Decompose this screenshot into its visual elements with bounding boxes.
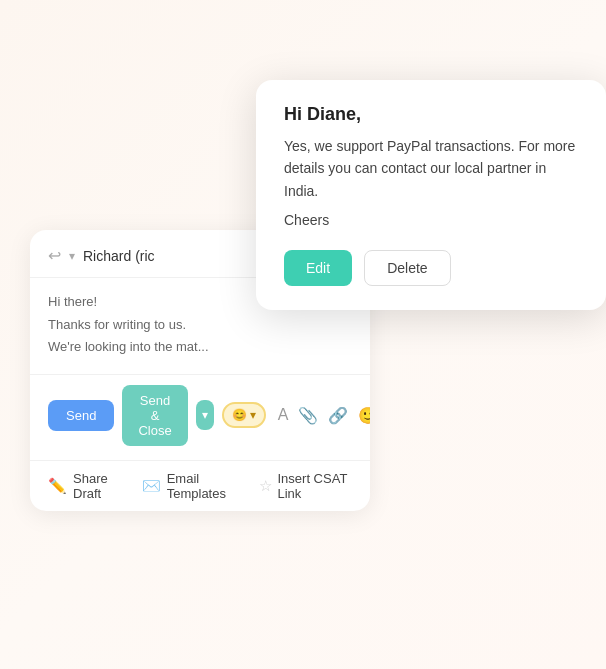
attach-icon[interactable]: 📎 (298, 406, 318, 425)
emoji-button[interactable]: 😊 ▾ (222, 402, 266, 428)
email-templates-button[interactable]: ✉️ Email Templates (142, 471, 239, 501)
insert-csat-button[interactable]: ☆ Insert CSAT Link (259, 471, 353, 501)
scene: ↩ ▾ Richard (ric Hi there! Thanks for wr… (0, 0, 606, 669)
csat-star-icon: ☆ (259, 477, 272, 495)
reply-icon: ↩ (48, 246, 61, 265)
emoji-chevron: ▾ (250, 408, 256, 422)
chevron-down-icon: ▾ (69, 249, 75, 263)
edit-button[interactable]: Edit (284, 250, 352, 286)
toolbar-icons: A 📎 🔗 🙂 △ 🖼 (278, 406, 370, 425)
send-close-dropdown[interactable]: ▾ (196, 400, 214, 430)
composer-toolbar: Send Send & Close ▾ 😊 ▾ A 📎 🔗 🙂 △ 🖼 (30, 374, 370, 460)
popup-cheers: Cheers (284, 212, 578, 228)
composer-line2: Thanks for writing to us. (48, 315, 352, 335)
popup-body: Yes, we support PayPal transactions. For… (284, 135, 578, 202)
email-templates-label: Email Templates (167, 471, 239, 501)
send-button[interactable]: Send (48, 400, 114, 431)
popup-card: Hi Diane, Yes, we support PayPal transac… (256, 80, 606, 310)
emoticon-icon[interactable]: 🙂 (358, 406, 370, 425)
composer-footer: ✏️ Share Draft ✉️ Email Templates ☆ Inse… (30, 460, 370, 511)
popup-actions: Edit Delete (284, 250, 578, 286)
recipient-name: Richard (ric (83, 248, 155, 264)
insert-csat-label: Insert CSAT Link (278, 471, 353, 501)
send-close-button[interactable]: Send & Close (122, 385, 187, 446)
share-draft-icon: ✏️ (48, 477, 67, 495)
emoji-icon: 😊 (232, 408, 247, 422)
share-draft-button[interactable]: ✏️ Share Draft (48, 471, 122, 501)
email-templates-icon: ✉️ (142, 477, 161, 495)
delete-button[interactable]: Delete (364, 250, 450, 286)
text-format-icon[interactable]: A (278, 406, 289, 424)
share-draft-label: Share Draft (73, 471, 122, 501)
popup-greeting: Hi Diane, (284, 104, 578, 125)
composer-line3: We're looking into the mat... (48, 337, 352, 357)
link-icon[interactable]: 🔗 (328, 406, 348, 425)
